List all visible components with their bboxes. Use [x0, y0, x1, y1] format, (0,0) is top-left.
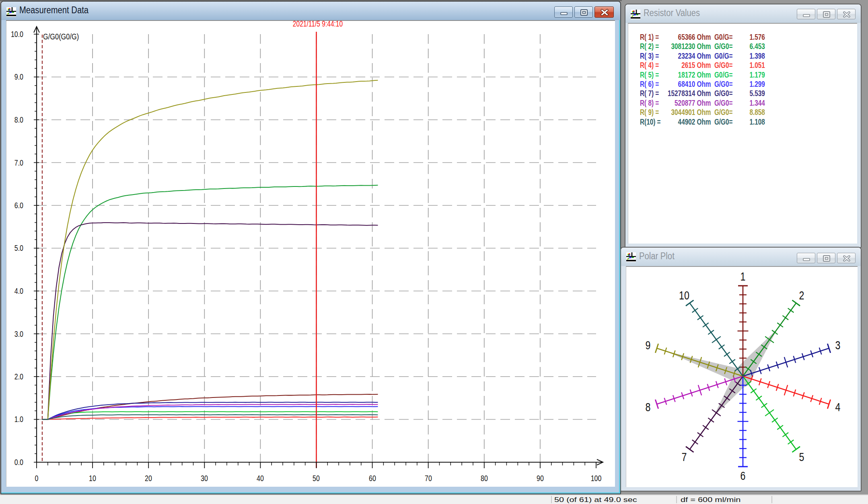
svg-text:10: 10 — [89, 473, 96, 483]
svg-text:30: 30 — [201, 473, 208, 483]
svg-text:70: 70 — [425, 473, 432, 483]
svg-text:60: 60 — [369, 473, 376, 483]
svg-text:5.0: 5.0 — [14, 243, 23, 252]
svg-text:0: 0 — [35, 473, 39, 483]
svg-text:90: 90 — [537, 473, 544, 483]
svg-text:100: 100 — [591, 473, 602, 483]
svg-text:5: 5 — [799, 450, 804, 463]
svg-text:9: 9 — [646, 338, 651, 352]
svg-text:2.0: 2.0 — [14, 372, 23, 381]
svg-text:6.0: 6.0 — [14, 201, 23, 210]
svg-text:8: 8 — [646, 400, 651, 414]
svg-text:1.0: 1.0 — [14, 414, 23, 424]
svg-text:7.0: 7.0 — [14, 158, 23, 167]
svg-text:8.0: 8.0 — [14, 115, 23, 124]
svg-text:G/G0(G0/G): G/G0(G0/G) — [43, 32, 79, 41]
svg-text:3.0: 3.0 — [14, 329, 23, 338]
svg-text:4: 4 — [835, 400, 841, 414]
svg-text:6: 6 — [740, 469, 746, 482]
svg-text:3: 3 — [835, 338, 841, 352]
svg-text:40: 40 — [257, 473, 264, 483]
svg-text:0.0: 0.0 — [14, 457, 23, 467]
svg-text:80: 80 — [481, 473, 488, 483]
svg-text:1: 1 — [740, 270, 746, 283]
svg-text:20: 20 — [145, 473, 152, 483]
svg-text:4.0: 4.0 — [14, 286, 23, 295]
svg-text:2: 2 — [799, 289, 804, 302]
svg-text:50: 50 — [313, 473, 320, 483]
svg-text:10.0: 10.0 — [11, 29, 23, 39]
svg-text:7: 7 — [682, 450, 687, 463]
svg-text:9.0: 9.0 — [14, 72, 23, 81]
svg-text:10: 10 — [679, 289, 689, 302]
svg-text:2021/11/5 9:44:10: 2021/11/5 9:44:10 — [293, 21, 343, 29]
